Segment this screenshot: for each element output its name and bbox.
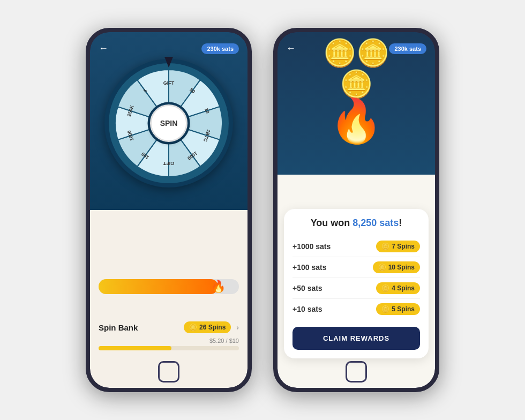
spin-bank-label: Spin Bank — [99, 323, 138, 332]
coins-icon: 🪙 — [189, 324, 197, 331]
won-title-suffix: ! — [399, 218, 402, 228]
sats-badge-1: 230k sats — [201, 43, 239, 54]
progress-bar2-fill — [99, 346, 171, 350]
home-button-2[interactable] — [346, 361, 367, 382]
expand-chevron[interactable]: › — [236, 323, 239, 332]
spin-button[interactable]: SPIN — [150, 104, 188, 142]
won-title-prefix: You won — [311, 218, 353, 228]
spins-label-4: 5 Spins — [392, 305, 415, 313]
reward-row-4: +10 sats 🪙 5 Spins — [292, 299, 420, 319]
spin-wheel-container: 250K 5 GIFT 50 10 1BTC 1000 GIFT 100 100… — [104, 59, 233, 188]
spin-bank-row: Spin Bank 🪙 26 Spins › — [99, 321, 239, 333]
reward-sats-1: +1000 sats — [292, 242, 331, 251]
reward-sats-4: +10 sats — [292, 305, 322, 313]
phone-1-screen: ← 230k sats — [90, 32, 248, 388]
reward-row-2: +100 sats 🪙 10 Spins — [292, 257, 420, 278]
won-amount: 8,250 sats — [352, 218, 399, 228]
rewards-screen: ← 230k sats 🪙🪙🪙 🔥 You won 8,250 sats! +1… — [278, 32, 435, 388]
spins-label-2: 10 Spins — [388, 264, 415, 271]
reward-spins-4: 🪙 5 Spins — [376, 303, 420, 315]
reward-spins-2: 🪙 10 Spins — [373, 261, 420, 273]
reward-row-1: +1000 sats 🪙 7 Spins — [292, 236, 420, 257]
sats-badge-2: 230k sats — [389, 43, 426, 54]
flame-illustration: 🔥 — [317, 100, 396, 142]
progress-bar-container: 🔥 — [99, 279, 239, 294]
header-1: ← 230k sats — [90, 32, 248, 59]
spin-icon-4: 🪙 — [381, 305, 389, 313]
home-button-1[interactable] — [158, 361, 179, 382]
spins-badge[interactable]: 🪙 26 Spins — [184, 321, 231, 333]
claim-rewards-button[interactable]: CLAIM REWARDS — [292, 327, 420, 350]
flame-coins-illustration: 🪙🪙🪙 🔥 — [317, 48, 396, 142]
phone-1: ← 230k sats — [86, 28, 252, 392]
progress-bar2-track — [99, 346, 239, 350]
svg-text:GIFT: GIFT — [163, 80, 175, 86]
fire-icon: 🔥 — [211, 280, 226, 294]
spin-wheel-screen: ← 230k sats — [90, 32, 248, 388]
progress-label: $5.20 / $10 — [99, 338, 239, 344]
spins-label-3: 4 Spins — [392, 284, 415, 292]
reward-row-3: +50 sats 🪙 4 Spins — [292, 278, 420, 299]
reward-spins-3: 🪙 4 Spins — [376, 282, 420, 294]
rewards-list: +1000 sats 🪙 7 Spins +100 sats 🪙 10 Spin… — [292, 236, 420, 319]
progress-track: 🔥 — [99, 279, 239, 294]
spins-count: 26 Spins — [199, 324, 226, 331]
won-title: You won 8,250 sats! — [292, 218, 420, 229]
svg-text:GIFT: GIFT — [163, 161, 174, 166]
progress-fill: 🔥 — [99, 279, 218, 294]
reward-sats-2: +100 sats — [292, 263, 326, 272]
reward-sats-3: +50 sats — [292, 284, 322, 292]
phone-2-screen: ← 230k sats 🪙🪙🪙 🔥 You won 8,250 sats! +1… — [278, 32, 435, 388]
phone-2: ← 230k sats 🪙🪙🪙 🔥 You won 8,250 sats! +1… — [273, 28, 439, 392]
back-button-2[interactable]: ← — [286, 43, 296, 54]
spins-label-1: 7 Spins — [392, 243, 415, 250]
header-2: ← 230k sats — [278, 32, 435, 59]
spin-wheel[interactable]: 250K 5 GIFT 50 10 1BTC 1000 GIFT 100 100… — [104, 59, 233, 188]
spin-icon-1: 🪙 — [381, 243, 389, 250]
reward-spins-1: 🪙 7 Spins — [376, 241, 420, 252]
back-button-1[interactable]: ← — [99, 43, 108, 54]
progress-bar2 — [99, 346, 239, 350]
rewards-card: You won 8,250 sats! +1000 sats 🪙 7 Spins… — [284, 209, 429, 358]
spin-icon-2: 🪙 — [378, 264, 386, 271]
spin-icon-3: 🪙 — [381, 284, 389, 292]
spin-bank-section: Spin Bank 🪙 26 Spins › $5.20 / $10 — [90, 304, 248, 356]
